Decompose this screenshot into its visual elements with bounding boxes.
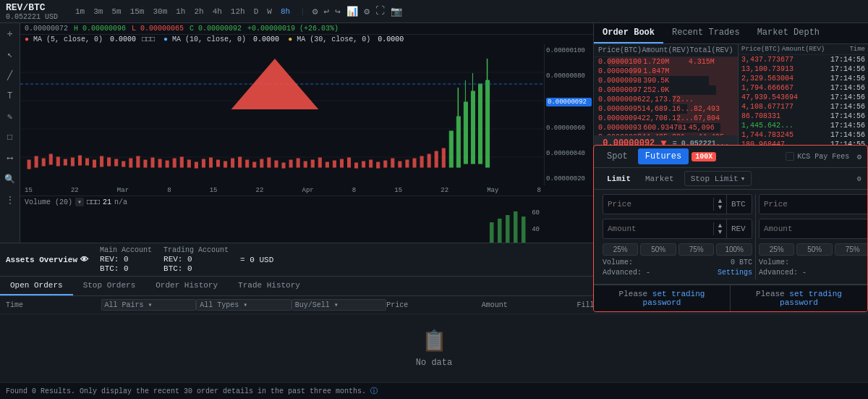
tf-1m[interactable]: 1m (72, 6, 88, 17)
spot-tab[interactable]: Spot (600, 148, 635, 164)
order-settings-icon[interactable]: ⚙ (857, 175, 861, 183)
trendline-tool[interactable]: ╱ (5, 68, 14, 83)
tf-W[interactable]: W (264, 6, 275, 17)
sell-amount-input[interactable] (760, 224, 868, 233)
buy-price-input[interactable] (603, 200, 713, 209)
limit-tab[interactable]: Limit (600, 172, 638, 185)
ma30-row: ● MA (30, close, 0) 0.0000 (288, 35, 404, 43)
tf-12h[interactable]: 12h (228, 6, 248, 17)
svg-rect-60 (435, 151, 438, 167)
svg-rect-28 (202, 159, 205, 167)
buy-75pct[interactable]: 75% (678, 243, 714, 256)
market-tab[interactable]: Market (638, 172, 681, 185)
crosshair-tool[interactable]: ✛ (5, 26, 14, 41)
tf-2h[interactable]: 2h (191, 6, 206, 17)
price-down-btn[interactable]: ▼ (714, 204, 726, 211)
redo-icon[interactable]: ↪ (335, 6, 341, 17)
tab-open-orders[interactable]: Open Orders (0, 277, 73, 295)
brush-tool[interactable]: ✎ (5, 109, 14, 125)
tab-recent-trades[interactable]: Recent Trades (663, 23, 749, 43)
price-stepper: ▲ ▼ (713, 198, 726, 211)
sell-pct-buttons: 25% 50% 75% 100% (759, 243, 868, 256)
buy-50pct[interactable]: 50% (640, 243, 676, 256)
tf-30m[interactable]: 30m (150, 6, 170, 17)
tab-market-depth[interactable]: Market Depth (749, 23, 828, 43)
screenshot-icon[interactable]: 📷 (391, 6, 402, 17)
buy-sell-filter[interactable]: Buy/Sell ▾ (292, 299, 387, 311)
trade-row: 47,939.54369417:14:56 (739, 93, 868, 102)
tf-15m[interactable]: 15m (127, 6, 148, 17)
ob-header: Price(BTC) Amount(REV) Total(REV) (594, 44, 738, 57)
buy-password-link[interactable]: set trading password (643, 290, 705, 307)
svg-rect-68 (486, 80, 490, 167)
svg-rect-34 (246, 160, 249, 167)
sell-price-input[interactable] (760, 200, 868, 209)
ob-sell-row: 0.0000009514,689.16...82,493 (594, 104, 738, 114)
amount-down-btn[interactable]: ▼ (714, 229, 726, 235)
eye-icon[interactable]: 👁 (80, 255, 88, 264)
tf-3m[interactable]: 3m (90, 6, 106, 17)
settings-icon[interactable]: ⚙ (364, 6, 370, 17)
svg-rect-37 (268, 158, 271, 167)
buy-amount-input[interactable] (603, 224, 713, 233)
all-pairs-filter[interactable]: All Pairs ▾ (101, 299, 197, 311)
zoom-tool[interactable]: 🔍 (2, 172, 17, 187)
stop-limit-dropdown[interactable]: Stop Limit ▾ (684, 171, 752, 186)
buy-settings-link[interactable]: Settings (718, 269, 752, 277)
svg-rect-77 (514, 211, 518, 243)
kcs-checkbox[interactable] (786, 152, 794, 161)
sell-75pct[interactable]: 75% (835, 243, 868, 256)
volume-header: Volume (20) ▾ □□□ 21 n/a (20, 196, 593, 208)
measure-tool[interactable]: ⟷ (5, 151, 14, 166)
tab-order-history[interactable]: Order History (145, 277, 228, 295)
svg-rect-62 (449, 131, 453, 167)
tab-stop-orders[interactable]: Stop Orders (73, 277, 146, 295)
price-currency-label: BTC (726, 195, 752, 214)
buy-price-group: ▲ ▼ BTC (603, 194, 752, 214)
indicators-icon[interactable]: ⚙ (312, 6, 318, 17)
cursor-tool[interactable]: ↖ (5, 47, 14, 62)
trade-row: 4,108.67717717:14:56 (739, 102, 868, 112)
tab-orderbook[interactable]: Order Book (594, 23, 663, 43)
symbol-name: REV/BTC (6, 2, 58, 13)
order-type-tabs: Limit Market Stop Limit ▾ ⚙ (594, 168, 867, 190)
svg-rect-6 (42, 159, 45, 166)
svg-rect-51 (370, 160, 373, 167)
sell-password-link[interactable]: set trading password (780, 290, 842, 307)
compare-icon[interactable]: ↩ (324, 6, 330, 17)
futures-tab[interactable]: Futures (638, 148, 689, 164)
svg-rect-30 (217, 160, 220, 167)
svg-rect-24 (173, 159, 176, 167)
buy-25pct[interactable]: 25% (603, 243, 638, 256)
trades-header: Price(BTC) Amount(REV) Time (739, 44, 868, 55)
sell-50pct[interactable]: 50% (796, 243, 832, 256)
tf-4h[interactable]: 4h (210, 6, 225, 17)
no-data-icon: 📋 (422, 329, 447, 353)
text-tool[interactable]: T (5, 89, 14, 104)
sell-price-input-row: ▲ ▼ BTC (759, 194, 868, 214)
svg-rect-54 (391, 159, 394, 167)
more-tools[interactable]: ⋮ (4, 193, 17, 208)
ob-sell-row: 0.00000093600.93478145,096 (594, 123, 738, 133)
svg-rect-7 (49, 154, 52, 164)
svg-rect-12 (86, 159, 89, 165)
tf-1h[interactable]: 1h (173, 6, 188, 17)
shapes-tool[interactable]: □ (5, 130, 14, 145)
fullscreen-icon[interactable]: ⛶ (375, 6, 385, 17)
form-settings-icon[interactable]: ⚙ (856, 152, 861, 161)
tf-5m[interactable]: 5m (109, 6, 124, 17)
sell-25pct[interactable]: 25% (759, 243, 794, 256)
tab-trade-history[interactable]: Trade History (228, 277, 310, 295)
all-types-filter[interactable]: All Types ▾ (196, 299, 292, 311)
chart-canvas[interactable]: 0.00000100 0.00000080 0.00000092 0.00000… (20, 44, 593, 185)
tf-8h[interactable]: 8h (278, 6, 293, 17)
buy-100pct[interactable]: 100% (716, 243, 752, 256)
svg-rect-59 (427, 154, 430, 167)
trade-row: 3,437.77367717:14:56 (739, 55, 868, 64)
trade-row: 1,445.642...17:14:56 (739, 121, 868, 130)
svg-rect-49 (355, 163, 358, 168)
chart-type-icon[interactable]: 📊 (346, 6, 358, 17)
ohlc-low: L 0.00000065 (132, 25, 184, 33)
tf-D[interactable]: D (251, 6, 262, 17)
top-bar: REV/BTC 0.052221 USD 1m 3m 5m 15m 30m 1h… (0, 0, 868, 23)
